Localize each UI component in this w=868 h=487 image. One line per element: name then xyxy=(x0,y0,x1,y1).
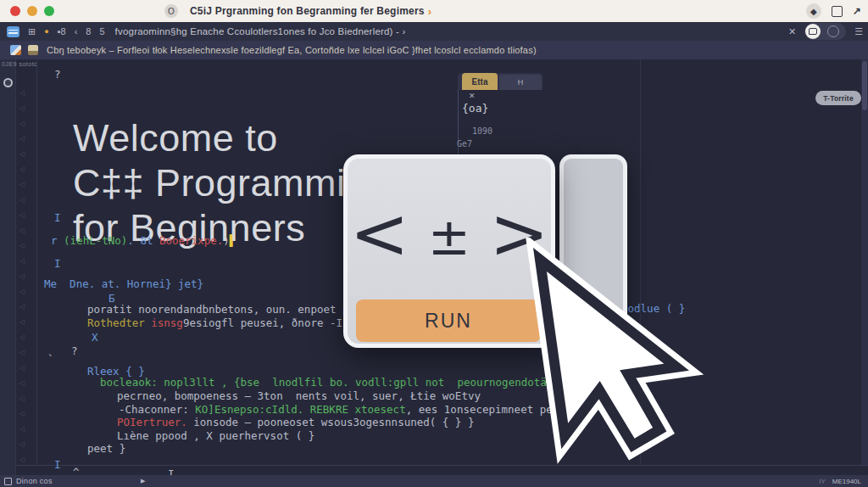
code-line[interactable]: POIertruer. ionsode — pooneoset wsous3og… xyxy=(117,416,474,428)
editor-toolbar: ⊞ ● ▪8 ‹ 8 5 fvograominn§hg Enache Ccoul… xyxy=(0,22,868,41)
scrollbar-thumb[interactable] xyxy=(862,61,867,110)
code-segment: (iehL-tNo) xyxy=(64,234,127,247)
window-title: C5iJ Prgranming fon Begranming fer Begim… xyxy=(190,5,425,17)
fold-marker-icon[interactable]: ◁ xyxy=(19,165,25,173)
code-segment: peet } xyxy=(87,442,125,455)
code-line[interactable]: poratit noorendandbnbetons, oun. enpoet … xyxy=(87,303,375,316)
close-traffic-light[interactable] xyxy=(10,6,20,16)
code-segment: ionsode — pooneoset wsous3ogesnnsuned( {… xyxy=(187,416,475,428)
code-segment: ? xyxy=(54,68,61,81)
code-segment: -Chaconner: xyxy=(119,403,195,416)
fold-marker-icon[interactable]: ◁ xyxy=(19,120,25,127)
settings-circle-icon[interactable] xyxy=(3,78,13,87)
fold-marker-icon[interactable]: ◁ xyxy=(19,104,25,112)
code-segment: ▌ xyxy=(230,234,236,247)
breadcrumb-bar: Cbŋ tebobeyk – Forfleoi tłok Heselechnex… xyxy=(0,41,868,60)
gutter-divider xyxy=(36,59,37,465)
gutter-header-text: 0JE9 sototc xyxy=(2,61,37,67)
fold-marker-icon[interactable]: ◁ xyxy=(19,288,25,295)
fold-marker-icon[interactable]: ◁ xyxy=(19,303,25,311)
code-segment: ) xyxy=(223,234,230,247)
fold-marker-icon[interactable]: ◁ xyxy=(19,440,25,448)
address-text[interactable]: fvograominn§hg Enache Ccoulotlers1ones f… xyxy=(115,26,406,36)
angle-left-glyph: < xyxy=(349,182,409,284)
fold-marker-icon[interactable]: ◁ xyxy=(19,379,25,387)
status-bar: Dinon cos ▶ IY ME1940L xyxy=(0,475,868,487)
refresh-circle-icon[interactable] xyxy=(827,25,839,37)
layout-frame-icon[interactable] xyxy=(832,6,843,17)
code-line[interactable]: X xyxy=(92,331,98,344)
fold-marker-icon[interactable]: ◁ xyxy=(19,395,25,402)
fold-marker-icon[interactable]: ◁ xyxy=(19,333,25,341)
breadcrumb[interactable]: Cbŋ tebobeyk – Forfleoi tłok Heselechnex… xyxy=(47,45,537,55)
fold-marker-icon[interactable]: ◁ xyxy=(19,211,25,219)
code-segment: r xyxy=(51,234,64,247)
fold-marker-icon[interactable]: ◁ xyxy=(19,89,25,97)
fold-marker-icon[interactable]: ◁ xyxy=(19,257,25,265)
extension-badge-icon[interactable]: ◆ xyxy=(806,3,821,19)
fold-marker-icon[interactable]: ◁ xyxy=(19,410,25,417)
code-segment: X xyxy=(92,331,98,344)
status-left-label[interactable]: Dinon cos xyxy=(16,477,53,485)
fold-marker-icon[interactable]: ◁ xyxy=(19,135,25,143)
torrite-pill-button[interactable]: T-Torrite xyxy=(815,91,861,105)
fold-marker-icon[interactable]: ◁ xyxy=(19,196,25,204)
editor-area: 0JE9 sototc ◁◁◁◁◁◁◁◁◁◁◁◁◁◁◁◁◁◁◁◁◁◁◁◁◁ We… xyxy=(0,59,868,475)
record-dot-icon[interactable]: ● xyxy=(44,27,48,36)
hero-title: Welcome to C‡‡ Programming for Beginners xyxy=(73,115,389,250)
chat-button[interactable] xyxy=(805,24,821,39)
fold-marker-icon[interactable]: ◁ xyxy=(19,456,25,463)
play-icon[interactable]: ▶ xyxy=(141,478,145,484)
maximize-traffic-light[interactable] xyxy=(44,6,54,16)
share-arrow-icon[interactable]: ↗ xyxy=(853,5,861,17)
code-line[interactable]: ` xyxy=(47,353,54,366)
code-segment: . 8t xyxy=(127,234,159,247)
sidebar-toggle-icon[interactable] xyxy=(7,26,19,37)
fold-marker-icon[interactable]: ◁ xyxy=(19,364,25,372)
small-icons[interactable]: ▪8 xyxy=(58,26,66,36)
code-line[interactable]: I xyxy=(54,211,61,224)
panel-close-icon[interactable]: ✕ xyxy=(469,92,476,100)
code-line[interactable]: Me Dne. at. Hornei} jet} xyxy=(44,277,203,290)
code-line[interactable]: ? xyxy=(71,344,78,357)
toolbar-num2[interactable]: 5 xyxy=(99,26,104,36)
fold-marker-icon[interactable]: ◁ xyxy=(19,227,25,234)
code-segment: Rothedter xyxy=(87,316,151,329)
status-square-icon xyxy=(4,478,12,485)
fold-marker-icon[interactable]: ◁ xyxy=(19,425,25,433)
fold-marker-icon[interactable]: ◁ xyxy=(19,349,25,356)
folder-icon xyxy=(28,45,38,55)
grid-icon[interactable]: ⊞ xyxy=(28,26,36,37)
fold-marker-icon[interactable]: ◁ xyxy=(19,242,25,249)
fold-marker-icon[interactable]: ◁ xyxy=(19,318,25,326)
activity-bar xyxy=(0,59,16,475)
back-icon[interactable]: ‹ xyxy=(75,26,78,36)
code-line[interactable]: pecrneo, bompoeness – 3ton nents voil, s… xyxy=(117,389,481,402)
fold-marker-icon[interactable]: ◁ xyxy=(19,181,25,188)
toolbar-num1[interactable]: 8 xyxy=(86,26,91,36)
title-chevron-icon: › xyxy=(428,5,431,18)
status-right-label[interactable]: ME1940L xyxy=(832,478,861,485)
code-segment: Booerixpe. xyxy=(159,234,223,247)
scrollbar-track[interactable] xyxy=(861,59,868,465)
code-line[interactable]: ? xyxy=(54,68,61,81)
code-segment: Me xyxy=(44,277,70,290)
tab-h[interactable]: H xyxy=(499,75,542,90)
code-line[interactable]: I xyxy=(54,257,61,270)
code-segment: ` xyxy=(47,353,54,366)
close-icon[interactable]: ✕ xyxy=(788,26,796,37)
menu-icon[interactable]: ☰ xyxy=(854,26,863,37)
plus-minus-glyph: ± xyxy=(428,186,470,288)
panel-code-snippet: {oa} xyxy=(462,102,488,115)
code-line[interactable]: Lıène ppood , X puerhervsot ( } xyxy=(117,429,314,442)
code-line[interactable]: peet } xyxy=(87,442,125,455)
tab-etta[interactable]: Etta xyxy=(462,73,498,90)
fold-marker-icon[interactable]: ◁ xyxy=(19,272,25,280)
code-segment: pecrneo, bompoeness – 3ton nents voil, s… xyxy=(117,389,481,402)
code-line[interactable]: r (iehL-tNo). 8t Booerixpe.)▌ xyxy=(51,234,236,247)
code-line[interactable]: I xyxy=(54,458,61,471)
code-segment: I xyxy=(54,458,61,471)
chat-group xyxy=(804,23,846,40)
minimize-traffic-light[interactable] xyxy=(27,6,37,16)
fold-marker-icon[interactable]: ◁ xyxy=(19,150,25,158)
